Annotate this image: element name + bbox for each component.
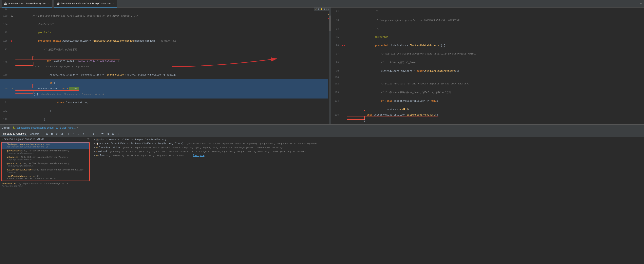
pause-btn[interactable]: ⏸ bbox=[66, 132, 71, 136]
right-code-line-97: 97 // Add all the Spring advisors found … bbox=[331, 50, 644, 58]
left-scrollbar-thumb[interactable] bbox=[329, 16, 331, 31]
line-content-136: protected static AspectJAnnotation<?> fi… bbox=[15, 37, 331, 45]
var-expand-static[interactable]: ▶ bbox=[94, 139, 96, 141]
bug-icon: 🐛 bbox=[13, 126, 16, 129]
run-to-cursor-btn[interactable]: ↪ bbox=[87, 132, 90, 136]
right-line-content-102: // Build Advisors for all AspectJ aspect… bbox=[346, 80, 644, 88]
resume-btn[interactable]: ▶▶ bbox=[60, 132, 65, 136]
toolbar-sep-2 bbox=[98, 133, 98, 136]
right-code-line-103: 103 // 2. @Aspect标注的java_bean，`@Before, … bbox=[331, 88, 644, 97]
var-item-findAnnotation[interactable]: ▶ 📋 AbstractAspectJAdvisorFactory.findAn… bbox=[91, 142, 644, 146]
step-out-btn[interactable]: ↑ bbox=[82, 132, 85, 136]
var-expand-clazz[interactable]: ▶ bbox=[94, 154, 96, 157]
line-content-141: return foundAnnotation; bbox=[15, 98, 331, 107]
frame-method-3: getAdvisor bbox=[6, 156, 20, 158]
var-item-static[interactable]: ▶ S static members of AbstractAspectJAdv… bbox=[91, 138, 644, 142]
method-badge: ⊙ bbox=[96, 151, 98, 153]
var-item-method[interactable]: ▶ ⊙ method = {Method@2762} "public java.… bbox=[91, 150, 644, 154]
var-navigate-link[interactable]: Navigate bbox=[193, 154, 205, 157]
more-btn[interactable]: ⋮ bbox=[116, 132, 120, 136]
code-line-143: 143 } bbox=[0, 115, 331, 123]
breakpoint-136: ● bbox=[10, 39, 12, 43]
field-badge-clazz: ≡ bbox=[96, 154, 98, 157]
line-content-144: return null; bbox=[15, 123, 331, 124]
right-line-content-99: List<Advisor> advisors = super.findCandi… bbox=[346, 67, 644, 75]
stack-frame-1[interactable]: findAspectJAnnotationOnMethod:140, Abstr… bbox=[2, 143, 89, 149]
tab-more-button[interactable]: ⋯ bbox=[640, 2, 642, 6]
line-num-141: 141 bbox=[0, 101, 10, 104]
right-file-tab[interactable]: ☕ AnnotationAwareAspectJAutoProxyCreator… bbox=[54, 0, 117, 8]
line-content-130: /** Find and return the first AspectJ an… bbox=[15, 12, 331, 20]
line-content-138: for (Class<?> clazz : ASPECTJ_ANNOTATION… bbox=[15, 54, 331, 71]
warning-chevron-down[interactable]: ∨ bbox=[328, 8, 330, 11]
stack-frame-2[interactable]: getPointcut:240, ReflectiveAspectJAdviso… bbox=[2, 149, 89, 155]
step-over-btn[interactable]: ↷ bbox=[72, 132, 76, 136]
drop-frame-btn[interactable]: ⤓ bbox=[92, 132, 96, 136]
session-close-btn[interactable]: ✕ bbox=[77, 127, 78, 129]
right-editor-panel: 92 /** 93 * `<aop:aspectj-autoproxy/>`, … bbox=[331, 8, 644, 124]
fold-icon-130[interactable]: ▶ bbox=[12, 15, 13, 18]
warning-icon: ⚠ bbox=[315, 8, 317, 11]
right-line-num-97: 97 bbox=[331, 53, 341, 55]
warning-chevron-up[interactable]: ∧ bbox=[326, 8, 327, 11]
left-tab-close[interactable]: ✕ bbox=[48, 2, 50, 5]
layout-btn[interactable]: ⊟ bbox=[112, 132, 114, 136]
right-line-content-104: if (this.aspectJAdvisorsBuilder != null)… bbox=[346, 97, 644, 105]
code-line-136: 136 ● ➤ protected static AspectJAnnotati… bbox=[0, 37, 331, 45]
right-tab-close[interactable]: ✕ bbox=[113, 2, 114, 5]
right-code-line-105: 105 advisors.addAll( this.aspectJAdvisor… bbox=[331, 105, 644, 124]
stack-frame-6[interactable]: findCandidateAdvisors:104, AnnotationAwa… bbox=[2, 174, 89, 181]
var-name-method: method bbox=[98, 150, 107, 153]
breakpoint-96: ● bbox=[342, 44, 343, 47]
frame-method-2: getPointcut bbox=[6, 150, 21, 152]
right-line-num-94: 94 bbox=[331, 28, 341, 30]
right-gutter-96: ● ➤ bbox=[341, 44, 346, 47]
settings-btn[interactable]: ⚙ bbox=[106, 132, 110, 136]
filter-icon[interactable]: ▽ bbox=[88, 138, 89, 141]
editor-tab-bar: ☕ AbstractAspectJAdvisorFactory.java ✕ ☕… bbox=[0, 0, 644, 8]
code-line-137: 137 // 遍历所有注解，找到就返回 bbox=[0, 45, 331, 54]
right-code-line-102: 102 // Build Advisors for all AspectJ as… bbox=[331, 80, 644, 88]
tab-console[interactable]: Console bbox=[29, 132, 40, 136]
var-name-found: foundAnnotation bbox=[98, 146, 120, 149]
add-watch-btn[interactable]: 👁 bbox=[100, 132, 105, 136]
var-item-foundAnnotation[interactable]: ▶ ≡ foundAnnotation = {AbstractAspectJAd… bbox=[91, 146, 644, 150]
right-code-line-93: 93 * `<aop:aspectj-autoproxy/>`, xml里配置这… bbox=[331, 16, 644, 25]
code-line-129: 129 bbox=[0, 8, 331, 12]
var-expand-method[interactable]: ▶ bbox=[94, 151, 96, 153]
tab-divider bbox=[52, 0, 52, 8]
var-expand-found[interactable]: ▶ bbox=[94, 147, 96, 149]
right-line-content-95: @Override bbox=[346, 33, 644, 41]
stack-frame-7[interactable]: shouldSkip:110, AspectJAwareAdvisorAutoP… bbox=[0, 182, 91, 188]
right-code-line-92: 92 /** bbox=[331, 8, 644, 16]
right-line-content-93: * `<aop:aspectj-autoproxy/>`, xml里配置这个才走… bbox=[346, 16, 644, 25]
tab-threads-variables[interactable]: Threads & Variables bbox=[2, 132, 27, 136]
var-expand-fa[interactable]: ▶ bbox=[94, 143, 96, 145]
code-line-144: 144 💡 return null; bbox=[0, 123, 331, 124]
right-line-content-105: advisors.addAll( this.aspectJAdvisorsBui… bbox=[346, 105, 644, 124]
left-file-tab[interactable]: ☕ AbstractAspectJAdvisorFactory.java ✕ bbox=[2, 0, 52, 8]
left-scrollbar[interactable] bbox=[329, 8, 331, 124]
stack-frame-3[interactable]: getAdvisor:224, ReflectiveAspectJAdvisor… bbox=[2, 155, 89, 162]
var-item-clazz[interactable]: ▶ ≡ clazz = {Class@2324} "interface org.… bbox=[91, 154, 644, 158]
line-content-140: if ( foundAnnotation != null= true ) { f… bbox=[15, 79, 331, 98]
var-value-clazz: {Class@2324} "interface org.aspectj.lang… bbox=[108, 154, 186, 157]
thread-running-icon: ✓ bbox=[2, 138, 4, 141]
debug-content: ✓ "main"@1 in group "main": RUNNING ▽ fi… bbox=[0, 137, 644, 264]
frame-method-7: shouldSkip bbox=[2, 183, 15, 185]
code-line-139: 139 AspectJAnnotation<?> foundAnnotation… bbox=[0, 71, 331, 79]
exec-icon-136: ➤ bbox=[13, 40, 14, 42]
right-code-line-98: 98 // 1. Advisor接口xml_bean bbox=[331, 58, 644, 67]
step-into-btn[interactable]: ↓ bbox=[77, 132, 80, 136]
stop-btn[interactable]: ■ bbox=[50, 132, 54, 136]
var-eq-clazz: = bbox=[106, 154, 108, 157]
restore-layout-btn[interactable]: ⊞ bbox=[46, 132, 49, 136]
stack-frame-5[interactable]: buildAspectJAdvisors:134, BeanFactoryAsp… bbox=[2, 168, 89, 174]
line-num-140: 140 bbox=[0, 87, 10, 90]
line-num-142: 142 bbox=[0, 110, 10, 112]
left-code-area: 129 130 ▶ /** Find and return the first … bbox=[0, 8, 331, 124]
stack-frame-4[interactable]: getAdvisors:141, ReflectiveAspectJAdviso… bbox=[2, 162, 89, 168]
mute-breakpoints-btn[interactable]: ⊘ bbox=[55, 132, 58, 136]
right-line-content-92: /** bbox=[346, 8, 644, 16]
debug-session-tab[interactable]: 🐛 spring:spring-debug [:spring-debug:T20… bbox=[13, 126, 78, 129]
